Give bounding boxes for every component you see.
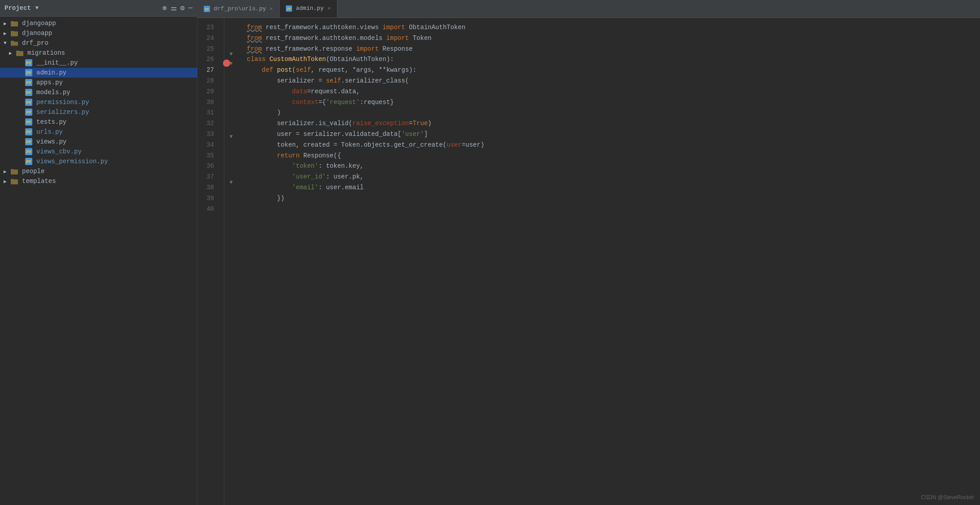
sidebar-item-drf-pro[interactable]: ▼ drf_pro <box>0 38 197 48</box>
settings-icon[interactable]: ⚙ <box>180 4 185 13</box>
svg-rect-10 <box>11 169 14 170</box>
gutter-line <box>224 150 238 159</box>
code-gutter: ▼ ⬤ ▼ ▼ ▼ <box>224 18 238 505</box>
tab-label: drf_pro\urls.py <box>214 5 266 12</box>
chevron-down-icon[interactable]: ▼ <box>35 5 39 11</box>
line-number: 26 <box>197 54 219 65</box>
gutter-line-fold[interactable]: ▼ <box>224 132 238 141</box>
svg-rect-8 <box>16 51 19 52</box>
line-number: 31 <box>197 108 219 118</box>
gutter-line <box>224 96 238 104</box>
sidebar-item-admin-py[interactable]: py admin.py <box>0 68 197 78</box>
sidebar-item-serializers-py[interactable]: py serializers.py <box>0 107 197 117</box>
code-line-34: token, created = Token.objects.get_or_cr… <box>247 140 980 151</box>
gutter-line-breakpoint: ⬤ ▼ <box>224 59 238 68</box>
sidebar-item-label: apps.py <box>36 79 63 86</box>
fold-icon[interactable]: ▼ <box>229 132 232 141</box>
sidebar-item-label: templates <box>22 178 56 185</box>
arrow-icon: ▶ <box>4 21 11 26</box>
sidebar-item-label: people <box>22 168 44 175</box>
sidebar-item-tests-py[interactable]: py tests.py <box>0 117 197 127</box>
gutter-line <box>224 105 238 114</box>
line-number: 29 <box>197 87 219 97</box>
sidebar-item-label: migrations <box>27 49 65 57</box>
sidebar-item-label: views_permission.py <box>36 158 108 165</box>
python-file-icon: py <box>25 158 34 165</box>
code-line-27: def post(self, request, *args, **kwargs)… <box>247 65 980 76</box>
sidebar-item-label: djangoapp <box>22 20 56 27</box>
gutter-line <box>224 169 238 178</box>
gutter-line <box>224 77 238 86</box>
python-file-icon: py <box>25 89 34 96</box>
sidebar-item-permissions-py[interactable]: py permissions.py <box>0 97 197 107</box>
sidebar-item-label: views_cbv.py <box>36 148 82 155</box>
gutter-line-fold[interactable]: ▼ <box>224 178 238 187</box>
watermark: CSDN @SteveRocket <box>921 494 974 501</box>
sidebar-item-urls-py[interactable]: py urls.py <box>0 127 197 137</box>
code-line-31: ) <box>247 108 980 118</box>
code-line-25: from rest_framework.response import Resp… <box>247 44 980 55</box>
sidebar-item-apps-py[interactable]: py apps.py <box>0 78 197 87</box>
line-number: 24 <box>197 33 219 44</box>
python-file-icon: py <box>25 148 34 155</box>
svg-rect-5 <box>11 41 14 42</box>
sidebar-item-views-py[interactable]: py views.py <box>0 137 197 147</box>
split-icon[interactable]: ⚌ <box>171 4 177 13</box>
line-number: 40 <box>197 204 219 215</box>
arrow-icon: ▶ <box>9 50 16 56</box>
line-number: 36 <box>197 161 219 172</box>
code-line-23: from rest_framework.authtoken.views impo… <box>247 22 980 33</box>
line-number: 35 <box>197 151 219 161</box>
code-line-30: context={'request':request} <box>247 97 980 108</box>
sidebar-item-label: serializers.py <box>36 109 89 116</box>
tab-admin-py[interactable]: py admin.py ✕ <box>280 0 337 17</box>
gutter-line <box>224 141 238 150</box>
python-file-icon: py <box>25 128 34 135</box>
line-number: 25 <box>197 44 219 55</box>
sidebar-item-djangoapp[interactable]: ▶ djangoapp <box>0 18 197 28</box>
line-number: 33 <box>197 129 219 140</box>
fold-icon[interactable]: ▼ <box>229 178 232 187</box>
sidebar-item-models-py[interactable]: py models.py <box>0 87 197 97</box>
minimize-icon[interactable]: — <box>188 4 192 12</box>
line-numbers: 23 24 25 26 27 28 29 30 31 32 33 34 35 3… <box>197 18 224 505</box>
python-file-icon: py <box>25 69 34 76</box>
sidebar-item-init-py[interactable]: py __init__.py <box>0 58 197 68</box>
arrow-icon: ▶ <box>4 30 11 36</box>
python-file-icon: py <box>25 79 34 86</box>
line-number: 39 <box>197 193 219 204</box>
add-icon[interactable]: ⊕ <box>162 4 167 13</box>
sidebar-item-label: tests.py <box>36 118 66 126</box>
gutter-line <box>224 87 238 96</box>
sidebar-item-label: djanoapp <box>22 30 52 37</box>
python-file-icon: py <box>25 138 34 145</box>
sidebar-item-label: __init__.py <box>36 59 78 66</box>
python-file-icon: py <box>25 59 34 66</box>
tab-close-button[interactable]: ✕ <box>270 5 273 12</box>
code-content[interactable]: from rest_framework.authtoken.views impo… <box>238 18 980 505</box>
code-line-24: from rest_framework.authtoken.models imp… <box>247 33 980 44</box>
code-line-33: user = serializer.validated_data['user'] <box>247 129 980 140</box>
sidebar-title: Project <box>4 4 31 12</box>
sidebar-item-templates[interactable]: ▶ templates <box>0 176 197 186</box>
sidebar-item-label: admin.py <box>36 69 66 76</box>
arrow-icon: ▼ <box>4 40 11 46</box>
tab-urls-py[interactable]: py drf_pro\urls.py ✕ <box>197 0 280 17</box>
sidebar-header: Project ▼ ⊕ ⚌ ⚙ — <box>0 0 197 17</box>
python-file-icon: py <box>25 118 34 126</box>
sidebar-item-views-permission-py[interactable]: py views_permission.py <box>0 157 197 166</box>
sidebar-item-views-cbv-py[interactable]: py views_cbv.py <box>0 147 197 157</box>
line-number: 28 <box>197 76 219 87</box>
editor: py drf_pro\urls.py ✕ py admin.py ✕ 23 24… <box>197 0 980 505</box>
sidebar-item-migrations[interactable]: ▶ migrations <box>0 48 197 58</box>
tab-close-button[interactable]: ✕ <box>328 5 331 12</box>
code-line-35: return Response({ <box>247 151 980 161</box>
sidebar-item-djanoapp[interactable]: ▶ djanoapp <box>0 28 197 38</box>
sidebar-item-label: urls.py <box>36 128 63 135</box>
line-number: 37 <box>197 172 219 183</box>
python-file-icon: py <box>25 99 34 106</box>
code-area: 23 24 25 26 27 28 29 30 31 32 33 34 35 3… <box>197 18 980 505</box>
svg-rect-3 <box>11 31 14 32</box>
code-line-26: class CustomAuthToken(ObtainAuthToken): <box>247 54 980 65</box>
sidebar-item-people[interactable]: ▶ people <box>0 166 197 176</box>
